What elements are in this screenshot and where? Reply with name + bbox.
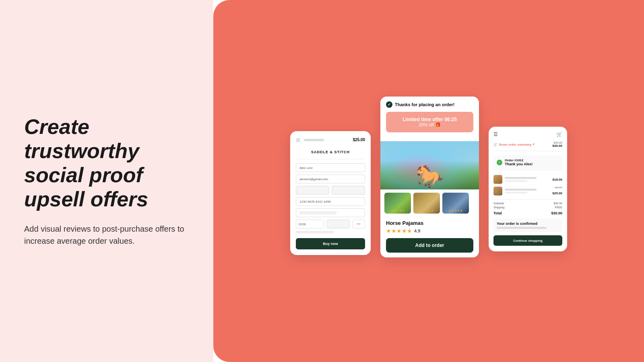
total-row: Total $30.00 [493, 211, 562, 215]
cart-icon-small: 🛒 [296, 138, 301, 142]
horse-figure: 🐎 [416, 165, 444, 187]
expiry-field[interactable]: 02/28 [296, 220, 324, 228]
month-field[interactable] [326, 220, 350, 228]
thumb-2-stars: ★ ★ ★ ★ ★ [420, 209, 433, 212]
rating-stars: ★★★★★ [386, 228, 412, 234]
item-1-desc [505, 180, 527, 182]
card3-header: ☰ 🛒 [493, 132, 562, 137]
order-item-1: 1 $18.00 [493, 175, 562, 184]
name-value: Alex Levi [299, 166, 312, 170]
confirmed-title: Your order is confirmed [497, 222, 559, 226]
price-original: $34.00 [553, 141, 562, 144]
card1-price: $25.00 [353, 138, 365, 142]
thanks-bar: ✓ Thanks for placing an order! [386, 101, 473, 108]
summary-label: Show order summary [499, 143, 532, 146]
show-summary-toggle[interactable]: 🛒 Show order summary ▾ [493, 143, 535, 146]
item-2-price: $25.00 [553, 191, 562, 195]
rating-value: 4.9 [414, 228, 420, 233]
item-2-thumb: 2 [493, 187, 502, 195]
order-item-2: 2 $29.00 $25.00 [493, 186, 562, 196]
email-value: alexlevi@gmail.com [299, 177, 328, 181]
order-number: Order #1012 [505, 158, 533, 162]
order-summary-row: 🛒 Show order summary ▾ $34.00 $30.00 [493, 141, 562, 151]
expiry-row: 02/28 ••• [296, 220, 365, 228]
email-field[interactable]: alexlevi@gmail.com [296, 175, 365, 183]
item-1-price: $18.00 [553, 178, 562, 181]
thumb-3[interactable]: ★ ★ ★ ★ ★ [442, 193, 469, 214]
headline: Create trustworthy social proof upsell o… [24, 115, 189, 211]
limited-offer-banner: Limited time offer 06:25 20% off 🎁 [386, 112, 473, 132]
subtotals: Subtotal $30.00 Shipping FREE [493, 199, 562, 209]
order-prices: $34.00 $30.00 [553, 141, 562, 148]
address-placeholder [299, 211, 336, 214]
item-1-thumb: 1 [493, 175, 502, 184]
cvv-dots: ••• [357, 222, 360, 226]
subtotal-value: $30.00 [554, 202, 562, 205]
subtotal-row: Subtotal $30.00 [493, 202, 562, 205]
subtotal-label: Subtotal [493, 202, 504, 205]
upsell-card: ✓ Thanks for placing an order! Limited t… [380, 97, 479, 257]
item-2-badge: 2 [500, 187, 502, 189]
confirmed-msg-box: Your order is confirmed [493, 218, 562, 232]
name-field[interactable]: Alex Levi [296, 163, 365, 172]
divider [296, 159, 365, 159]
card-number-field[interactable]: 1234 5678 9101 3456 [296, 197, 365, 206]
horse-main-image: 🐎 [380, 141, 479, 189]
item-1-info [505, 177, 550, 182]
thumb-1-stars: ★ ★ ★ ★ ★ [391, 209, 405, 212]
thanks-text: Thanks for placing an order! [395, 102, 455, 107]
order-confirmed-box: ✓ Order #1012 Thank you Alex! [493, 155, 562, 171]
total-label: Total [493, 211, 502, 215]
buy-now-button[interactable]: Buy now [296, 238, 365, 249]
right-panel: 🛒 $25.00 SADDLE & STITCH Alex Levi alexl… [213, 0, 644, 362]
price-current: $30.00 [553, 144, 562, 148]
card1-header: 🛒 $25.00 [296, 138, 365, 142]
country-row [296, 186, 365, 195]
item-1-name [505, 177, 537, 179]
item-2-desc [505, 192, 527, 193]
confirmation-card: ☰ 🛒 🛒 Show order summary ▾ $34.00 $30.00… [489, 127, 567, 251]
add-to-order-button[interactable]: Add to order [386, 238, 473, 253]
offer-timer: Limited time offer 06:25 [390, 117, 469, 122]
thanks-check-icon: ✓ [386, 101, 392, 108]
product-rating: ★★★★★ 4.9 [386, 228, 473, 234]
continue-shopping-button[interactable]: Continue shopping [493, 235, 562, 246]
thumb-3-stars: ★ ★ ★ ★ ★ [449, 209, 462, 212]
total-value: $30.00 [551, 211, 562, 215]
thumb-1[interactable]: ★ ★ ★ ★ ★ [384, 193, 411, 214]
order-details: Order #1012 Thank you Alex! [505, 158, 533, 166]
store-logo: SADDLE & STITCH [311, 150, 350, 154]
left-panel: Create trustworthy social proof upsell o… [0, 0, 213, 362]
cart-icon-summary: 🛒 [493, 143, 497, 146]
checkout-card: 🛒 $25.00 SADDLE & STITCH Alex Levi alexl… [290, 131, 371, 255]
item-2-old-price: $29.00 [553, 186, 562, 189]
card-number-value: 1234 5678 9101 3456 [299, 200, 331, 204]
shipping-label: Shipping [493, 206, 504, 209]
hamburger-icon[interactable]: ☰ [493, 132, 498, 137]
thumbnails-row: ★ ★ ★ ★ ★ ★ ★ ★ ★ ★ [380, 189, 479, 217]
address-field[interactable] [296, 208, 365, 217]
item-2-info [505, 189, 550, 193]
upsell-bottom: Horse Pajamas ★★★★★ 4.9 Add to order [380, 217, 479, 257]
subtext: Add visual reviews to post-purchase offe… [24, 223, 189, 247]
item-2-name [505, 189, 537, 191]
confirmed-bar [497, 227, 547, 229]
horse-bg: 🐎 [380, 141, 479, 189]
item-1-badge: 1 [500, 175, 502, 177]
product-name: Horse Pajamas [386, 220, 473, 226]
shipping-value: FREE [555, 206, 562, 209]
chevron-down-icon: ▾ [533, 143, 535, 146]
cart-icon-top[interactable]: 🛒 [556, 132, 562, 137]
cvv-field[interactable]: ••• [352, 220, 365, 228]
expiry-value: 02/28 [299, 223, 306, 226]
promo-placeholder [296, 231, 334, 233]
offer-discount: 20% off 🎁 [390, 122, 469, 128]
left-content: Create trustworthy social proof upsell o… [24, 115, 189, 247]
country-field[interactable] [296, 186, 329, 195]
order-items: 1 $18.00 2 $29.00 $25 [493, 175, 562, 196]
item-2-prices: $29.00 $25.00 [553, 186, 562, 196]
upsell-top: ✓ Thanks for placing an order! Limited t… [380, 97, 479, 141]
shipping-row: Shipping FREE [493, 206, 562, 209]
thumb-2[interactable]: ★ ★ ★ ★ ★ [413, 193, 440, 214]
region-field[interactable] [332, 186, 365, 195]
